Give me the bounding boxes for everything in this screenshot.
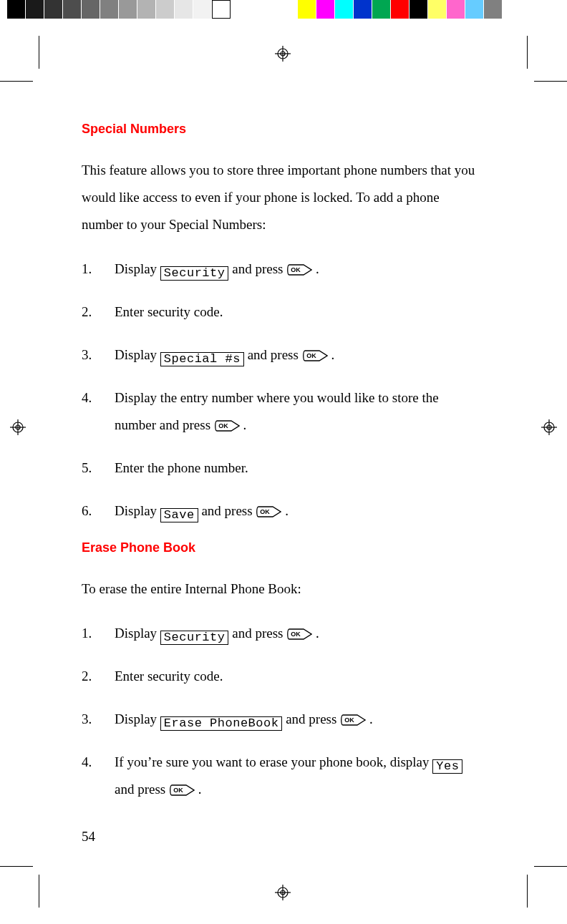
section-title-erase-phone-book: Erase Phone Book bbox=[82, 540, 483, 555]
section-intro: To erase the entire Internal Phone Book: bbox=[82, 575, 483, 603]
step-item: 4. Display the entry number where you wo… bbox=[82, 384, 483, 439]
step-text: . bbox=[243, 417, 247, 432]
registration-mark bbox=[275, 885, 291, 900]
svg-text:OK: OK bbox=[306, 352, 316, 359]
section-intro: This feature allows you to store three i… bbox=[82, 157, 483, 238]
step-item: 5. Enter the phone number. bbox=[82, 454, 483, 482]
registration-mark bbox=[541, 419, 557, 435]
menu-label-yes: Yes bbox=[432, 759, 462, 774]
step-number: 2. bbox=[82, 663, 115, 690]
registration-mark bbox=[10, 419, 26, 435]
step-item: 3. Display Erase PhoneBook and press OK … bbox=[82, 706, 483, 733]
step-number: 5. bbox=[82, 454, 115, 482]
step-text: Display bbox=[115, 347, 160, 362]
svg-text:OK: OK bbox=[344, 716, 354, 724]
page-content: Special Numbers This feature allows you … bbox=[82, 122, 483, 819]
crop-mark bbox=[39, 875, 39, 908]
menu-label-security: Security bbox=[160, 631, 229, 645]
step-text: Enter the phone number. bbox=[115, 454, 483, 482]
svg-text:OK: OK bbox=[218, 422, 228, 429]
step-text: Display bbox=[115, 711, 160, 726]
step-text: Display bbox=[115, 503, 160, 518]
step-item: 3. Display Special #s and press OK . bbox=[82, 341, 483, 369]
step-text: Display bbox=[115, 626, 160, 641]
color-calibration-bar bbox=[298, 0, 503, 19]
step-number: 6. bbox=[82, 497, 115, 525]
menu-label-save: Save bbox=[160, 508, 198, 522]
step-text: and press bbox=[286, 711, 340, 726]
svg-text:OK: OK bbox=[291, 266, 301, 273]
crop-mark bbox=[0, 81, 33, 82]
step-item: 6. Display Save and press OK . bbox=[82, 497, 483, 525]
step-text: and press bbox=[248, 347, 302, 362]
step-text: and press bbox=[232, 261, 286, 276]
step-text: and press bbox=[232, 626, 286, 641]
ok-key-icon: OK bbox=[214, 419, 240, 432]
steps-list-special-numbers: 1. Display Security and press OK . 2. En… bbox=[82, 256, 483, 525]
step-text: and press bbox=[115, 782, 169, 797]
ok-key-icon: OK bbox=[286, 628, 312, 641]
step-number: 4. bbox=[82, 749, 115, 803]
menu-label-erase-phonebook: Erase PhoneBook bbox=[160, 716, 283, 731]
step-item: 1. Display Security and press OK . bbox=[82, 620, 483, 647]
step-text: . bbox=[369, 711, 373, 726]
svg-text:OK: OK bbox=[261, 508, 271, 515]
step-item: 4. If you’re sure you want to erase your… bbox=[82, 749, 483, 803]
menu-label-security: Security bbox=[160, 266, 229, 281]
step-text: . bbox=[198, 782, 202, 797]
page-number: 54 bbox=[82, 829, 95, 845]
crop-mark bbox=[527, 36, 528, 69]
ok-key-icon: OK bbox=[302, 349, 328, 362]
menu-label-special-numbers: Special #s bbox=[160, 352, 244, 366]
step-text: Enter security code. bbox=[115, 663, 483, 690]
section-title-special-numbers: Special Numbers bbox=[82, 122, 483, 137]
svg-text:OK: OK bbox=[291, 631, 301, 638]
grayscale-calibration-bar bbox=[7, 0, 231, 19]
step-number: 4. bbox=[82, 384, 115, 439]
ok-key-icon: OK bbox=[256, 505, 281, 518]
ok-key-icon: OK bbox=[286, 263, 312, 276]
ok-key-icon: OK bbox=[340, 714, 366, 726]
step-number: 3. bbox=[82, 341, 115, 369]
step-text: Display the entry number where you would… bbox=[115, 390, 439, 432]
crop-mark bbox=[527, 875, 528, 908]
crop-mark bbox=[0, 866, 33, 867]
step-number: 1. bbox=[82, 256, 115, 283]
step-text: and press bbox=[201, 503, 256, 518]
step-item: 2. Enter security code. bbox=[82, 298, 483, 326]
step-text: Enter security code. bbox=[115, 298, 483, 326]
step-text: . bbox=[285, 503, 289, 518]
step-text: . bbox=[331, 347, 334, 362]
crop-mark bbox=[39, 36, 39, 69]
ok-key-icon: OK bbox=[169, 784, 195, 797]
step-item: 2. Enter security code. bbox=[82, 663, 483, 690]
svg-text:OK: OK bbox=[173, 787, 183, 794]
step-number: 3. bbox=[82, 706, 115, 733]
registration-mark bbox=[275, 46, 291, 62]
crop-mark bbox=[534, 866, 567, 867]
step-number: 1. bbox=[82, 620, 115, 647]
step-text: . bbox=[316, 261, 319, 276]
crop-mark bbox=[534, 81, 567, 82]
step-number: 2. bbox=[82, 298, 115, 326]
step-text: If you’re sure you want to erase your ph… bbox=[115, 754, 432, 769]
steps-list-erase-phone-book: 1. Display Security and press OK . 2. En… bbox=[82, 620, 483, 803]
step-item: 1. Display Security and press OK . bbox=[82, 256, 483, 283]
step-text: . bbox=[316, 626, 319, 641]
step-text: Display bbox=[115, 261, 160, 276]
